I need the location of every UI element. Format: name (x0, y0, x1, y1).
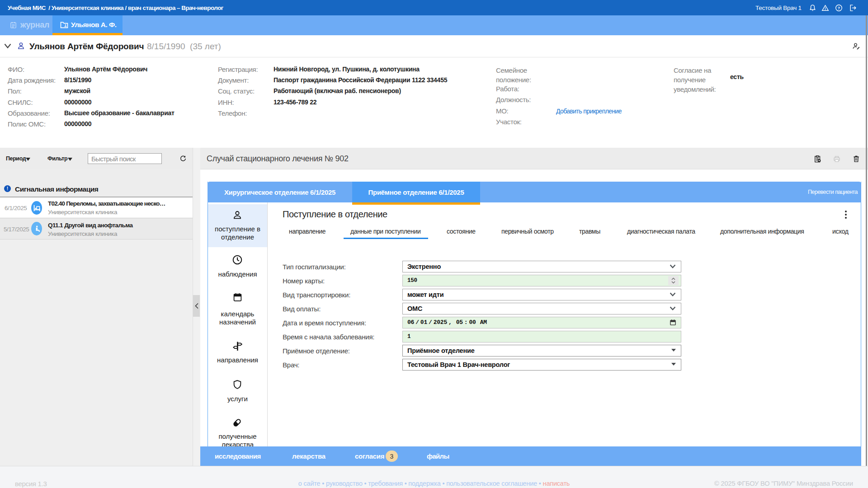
svg-text:?: ? (838, 6, 840, 10)
